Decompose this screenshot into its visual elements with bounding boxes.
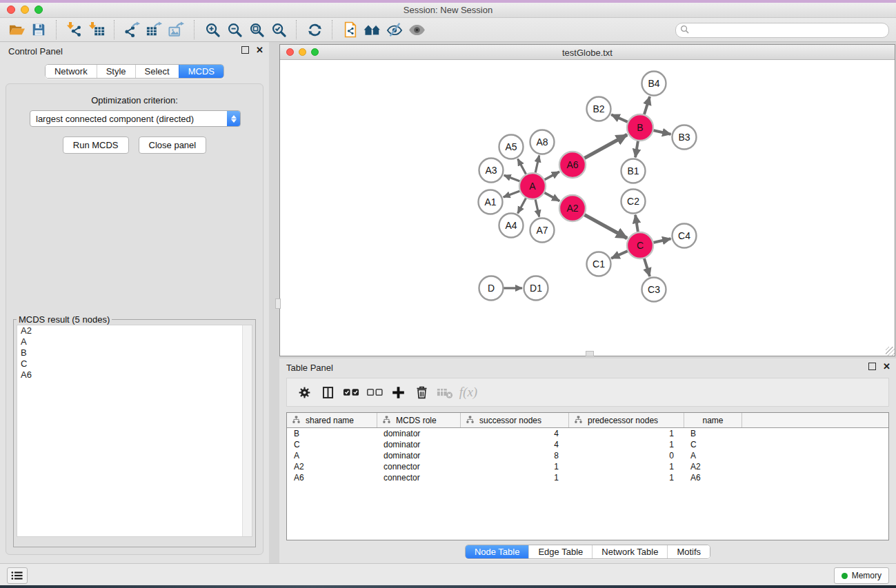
node-A2[interactable]: A2 <box>559 195 586 221</box>
run-mcds-button[interactable]: Run MCDS <box>63 136 129 154</box>
import-network-icon[interactable] <box>63 19 86 40</box>
node-C4[interactable]: C4 <box>673 224 697 248</box>
edge-B-B2[interactable] <box>611 114 628 122</box>
zoom-out-icon[interactable] <box>223 19 246 40</box>
edge-C-C4[interactable] <box>653 239 671 243</box>
table-row[interactable]: Adominator80A <box>287 450 888 461</box>
network-vertical-scrollbar[interactable] <box>275 298 281 309</box>
zoom-in-icon[interactable] <box>201 19 223 40</box>
houses-icon[interactable] <box>361 19 384 40</box>
tab-mcds[interactable]: MCDS <box>179 65 223 78</box>
result-item[interactable]: A6 <box>17 369 252 381</box>
close-panel-button[interactable]: Close panel <box>139 136 207 154</box>
float-panel-icon[interactable] <box>241 46 249 54</box>
tab-motifs[interactable]: Motifs <box>667 545 710 558</box>
node-A[interactable]: A <box>519 173 546 199</box>
node-A7[interactable]: A7 <box>530 219 555 243</box>
table-row[interactable]: Cdominator41C <box>287 439 888 450</box>
node-A4[interactable]: A4 <box>499 214 524 238</box>
document-network-icon[interactable] <box>339 19 361 40</box>
export-table-icon[interactable] <box>143 19 166 40</box>
deselect-all-button[interactable] <box>363 381 386 404</box>
node-D1[interactable]: D1 <box>524 276 548 301</box>
node-A6[interactable]: A6 <box>559 152 586 178</box>
eye-slash-icon[interactable] <box>384 19 406 40</box>
delete-row-button[interactable] <box>410 381 433 404</box>
zoom-window-button[interactable] <box>34 6 43 14</box>
add-row-button[interactable] <box>386 381 410 404</box>
network-horizontal-scrollbar[interactable] <box>586 351 594 356</box>
node-C1[interactable]: C1 <box>587 252 611 276</box>
node-B4[interactable]: B4 <box>642 72 666 96</box>
tab-edge-table[interactable]: Edge Table <box>528 545 592 558</box>
edge-A2-C[interactable] <box>584 214 627 239</box>
edge-A-A5[interactable] <box>518 159 527 176</box>
column-header-MCDS-role[interactable]: MCDS role <box>377 413 460 427</box>
result-item[interactable]: A <box>17 336 252 347</box>
table-row[interactable]: A6connector11A6 <box>287 472 888 483</box>
export-network-icon[interactable] <box>121 19 143 40</box>
close-panel-icon[interactable]: ✕ <box>256 47 263 54</box>
network-window-titlebar[interactable]: testGlobe.txt <box>280 45 895 60</box>
node-B1[interactable]: B1 <box>621 159 646 183</box>
zoom-fit-icon[interactable] <box>246 19 268 40</box>
node-C[interactable]: C <box>627 232 653 258</box>
gear-button[interactable] <box>292 381 316 404</box>
edge-A6-B[interactable] <box>584 134 627 159</box>
node-A8[interactable]: A8 <box>530 130 555 154</box>
node-A1[interactable]: A1 <box>479 190 503 214</box>
edge-B-B3[interactable] <box>653 130 671 134</box>
table-row[interactable]: A2connector11A2 <box>287 461 888 472</box>
tab-node-table[interactable]: Node Table <box>466 545 529 558</box>
node-D[interactable]: D <box>479 276 504 301</box>
columns-button[interactable] <box>316 381 339 404</box>
eye-icon[interactable] <box>406 19 428 40</box>
node-B[interactable]: B <box>627 114 653 141</box>
tab-network-table[interactable]: Network Table <box>592 545 667 558</box>
edge-C-C3[interactable] <box>644 257 650 276</box>
node-A5[interactable]: A5 <box>499 135 524 159</box>
zoom-selected-icon[interactable] <box>268 19 290 40</box>
open-file-icon[interactable] <box>6 19 28 40</box>
search-input[interactable] <box>692 25 884 36</box>
memory-button[interactable]: Memory <box>834 567 889 584</box>
edge-A-A3[interactable] <box>504 175 521 181</box>
node-B2[interactable]: B2 <box>587 97 611 121</box>
node-C3[interactable]: C3 <box>642 278 666 302</box>
column-header-name[interactable]: name <box>684 413 741 427</box>
minimize-window-button[interactable] <box>21 6 29 14</box>
optimization-criterion-select[interactable]: largest connected component (directed) <box>30 110 241 127</box>
export-image-icon[interactable] <box>166 19 188 40</box>
tab-select[interactable]: Select <box>135 65 179 78</box>
edge-A-A2[interactable] <box>544 192 559 201</box>
close-window-button[interactable] <box>7 6 15 14</box>
refresh-network-icon[interactable] <box>303 19 326 40</box>
node-A3[interactable]: A3 <box>479 159 504 183</box>
edge-A-A8[interactable] <box>535 156 539 174</box>
column-header-shared-name[interactable]: shared name <box>287 413 377 427</box>
edge-A-A7[interactable] <box>535 199 539 217</box>
edge-A-A4[interactable] <box>518 197 527 214</box>
task-history-button[interactable] <box>7 567 28 584</box>
table-row[interactable]: Bdominator41B <box>287 428 888 439</box>
column-header-predecessor-nodes[interactable]: predecessor nodes <box>568 413 684 427</box>
edge-B-B4[interactable] <box>644 97 650 116</box>
edge-C-C2[interactable] <box>635 215 638 233</box>
node-B3[interactable]: B3 <box>673 125 697 150</box>
edge-A-A1[interactable] <box>504 190 521 197</box>
table-close-panel-icon[interactable]: ✕ <box>883 363 890 370</box>
network-canvas[interactable]: B4B2BB3A8A5A6A3B1AA1C2A2A4A7C4CC1C3DD1 <box>280 60 895 356</box>
result-item[interactable]: C <box>17 358 252 369</box>
result-item[interactable]: A2 <box>17 325 252 336</box>
window-resize-grip[interactable] <box>886 347 895 356</box>
node-C2[interactable]: C2 <box>621 190 646 214</box>
select-all-button[interactable] <box>339 381 363 404</box>
edge-A-A6[interactable] <box>544 172 559 180</box>
edge-C-C1[interactable] <box>611 250 628 258</box>
result-list-scrollbar[interactable] <box>242 325 252 536</box>
result-item[interactable]: B <box>17 347 252 358</box>
mcds-result-list[interactable]: A2ABCA6 <box>17 325 252 537</box>
tab-network[interactable]: Network <box>46 65 97 78</box>
table-float-panel-icon[interactable] <box>868 363 876 370</box>
save-session-icon[interactable] <box>28 19 50 40</box>
